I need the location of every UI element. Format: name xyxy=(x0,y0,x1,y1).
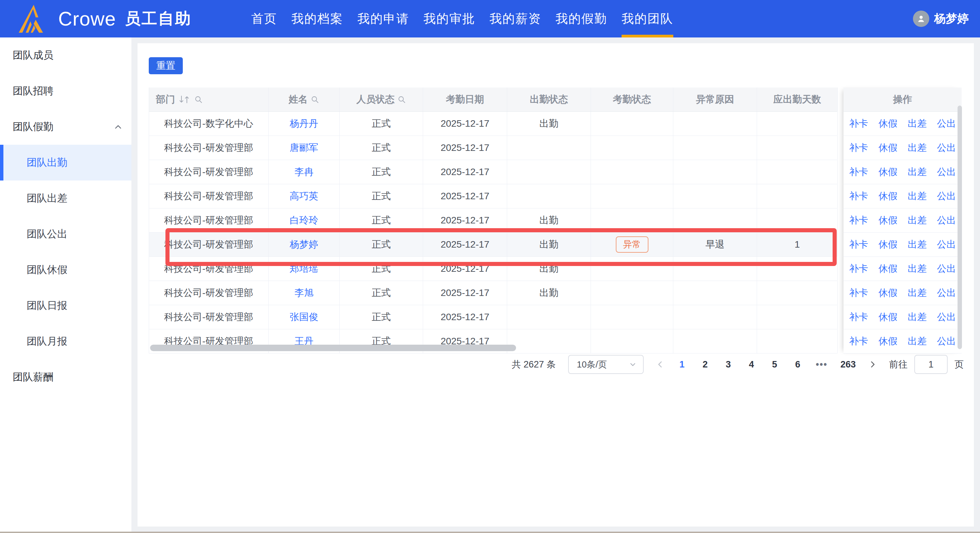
cell-abnormal-reason xyxy=(673,208,757,232)
goto-page-input[interactable] xyxy=(914,355,948,374)
more-pages-icon[interactable]: ••• xyxy=(816,359,827,370)
op-action-补卡[interactable]: 补卡 xyxy=(849,141,869,154)
op-action-出差[interactable]: 出差 xyxy=(908,311,927,324)
dept-text: 科技公司-研发管理部 xyxy=(164,190,253,203)
sidebar-item-3[interactable]: 团队假勤 xyxy=(0,109,131,145)
page-size-value: 10条/页 xyxy=(577,359,607,370)
sidebar-item-4[interactable]: 团队薪酬 xyxy=(0,359,131,395)
op-action-休假[interactable]: 休假 xyxy=(878,141,897,154)
op-action-公出[interactable]: 公出 xyxy=(937,141,956,154)
next-page-icon[interactable] xyxy=(868,360,877,369)
page-number-6[interactable]: 6 xyxy=(793,359,803,370)
op-action-休假[interactable]: 休假 xyxy=(878,214,897,227)
user-menu[interactable]: 杨梦婷 xyxy=(913,0,969,37)
op-action-休假[interactable]: 休假 xyxy=(878,335,897,348)
sidebar-subitem-团队出勤[interactable]: 团队出勤 xyxy=(0,145,131,180)
cell-date: 2025-12-17 xyxy=(423,257,507,281)
nav-item-3[interactable]: 我的申请 xyxy=(357,0,409,37)
op-action-补卡[interactable]: 补卡 xyxy=(849,311,869,324)
op-action-出差[interactable]: 出差 xyxy=(908,166,927,179)
op-action-休假[interactable]: 休假 xyxy=(878,311,897,324)
op-row-10: 补卡休假出差公出 xyxy=(843,329,962,354)
main-nav-menu: 首页我的档案我的申请我的审批我的薪资我的假勤我的团队 xyxy=(251,0,673,37)
op-action-公出[interactable]: 公出 xyxy=(937,190,956,203)
sidebar-item-1[interactable]: 团队成员 xyxy=(0,37,131,73)
sort-icons[interactable] xyxy=(178,95,191,104)
nav-item-4[interactable]: 我的审批 xyxy=(423,0,475,37)
op-action-休假[interactable]: 休假 xyxy=(878,117,897,130)
op-action-补卡[interactable]: 补卡 xyxy=(849,214,869,227)
op-action-出差[interactable]: 出差 xyxy=(908,141,927,154)
name-link[interactable]: 杨梦婷 xyxy=(290,238,318,251)
window-bottom-edge xyxy=(0,531,980,533)
nav-item-7[interactable]: 我的团队 xyxy=(622,0,673,37)
op-action-出差[interactable]: 出差 xyxy=(908,117,927,130)
sidebar-subitem-团队日报[interactable]: 团队日报 xyxy=(0,288,131,324)
page-number-5[interactable]: 5 xyxy=(770,359,780,370)
vertical-scrollbar-thumb[interactable] xyxy=(958,105,962,349)
op-action-出差[interactable]: 出差 xyxy=(908,238,927,251)
nav-item-2[interactable]: 我的档案 xyxy=(291,0,343,37)
page-size-select[interactable]: 10条/页 xyxy=(568,355,644,374)
name-link[interactable]: 唐郦军 xyxy=(290,141,318,154)
op-action-补卡[interactable]: 补卡 xyxy=(849,286,869,299)
name-link[interactable]: 李旭 xyxy=(294,286,313,299)
name-link[interactable]: 高巧英 xyxy=(290,190,318,203)
name-link[interactable]: 杨丹丹 xyxy=(290,117,318,130)
nav-item-6[interactable]: 我的假勤 xyxy=(555,0,607,37)
search-icon[interactable] xyxy=(194,95,203,104)
name-link[interactable]: 郑培瑶 xyxy=(290,262,318,275)
op-action-休假[interactable]: 休假 xyxy=(878,262,897,275)
op-action-休假[interactable]: 休假 xyxy=(878,190,897,203)
op-action-公出[interactable]: 公出 xyxy=(937,214,956,227)
reset-button[interactable]: 重置 xyxy=(149,57,183,74)
date-text: 2025-12-17 xyxy=(441,263,489,274)
page-number-1[interactable]: 1 xyxy=(677,359,687,370)
op-action-出差[interactable]: 出差 xyxy=(908,262,927,275)
op-action-休假[interactable]: 休假 xyxy=(878,238,897,251)
op-action-补卡[interactable]: 补卡 xyxy=(849,190,869,203)
op-action-公出[interactable]: 公出 xyxy=(937,311,956,324)
sidebar-subitem-团队公出[interactable]: 团队公出 xyxy=(0,216,131,252)
op-action-出差[interactable]: 出差 xyxy=(908,286,927,299)
op-action-休假[interactable]: 休假 xyxy=(878,166,897,179)
op-action-公出[interactable]: 公出 xyxy=(937,335,956,348)
cell-attendance xyxy=(507,184,591,208)
column-header-2: 姓名 xyxy=(269,88,340,112)
op-action-休假[interactable]: 休假 xyxy=(878,286,897,299)
op-action-公出[interactable]: 公出 xyxy=(937,117,956,130)
op-action-补卡[interactable]: 补卡 xyxy=(849,335,869,348)
op-action-公出[interactable]: 公出 xyxy=(937,166,956,179)
search-icon[interactable] xyxy=(397,95,406,104)
name-link[interactable]: 白玲玲 xyxy=(290,214,318,227)
op-action-出差[interactable]: 出差 xyxy=(908,190,927,203)
op-action-公出[interactable]: 公出 xyxy=(937,262,956,275)
search-icon[interactable] xyxy=(310,95,319,104)
sidebar-subitem-团队休假[interactable]: 团队休假 xyxy=(0,252,131,288)
page-number-4[interactable]: 4 xyxy=(746,359,757,370)
prev-page-icon[interactable] xyxy=(656,360,665,369)
page-number-2[interactable]: 2 xyxy=(700,359,710,370)
page-number-3[interactable]: 3 xyxy=(723,359,733,370)
column-header-label: 考勤日期 xyxy=(446,93,484,106)
op-action-补卡[interactable]: 补卡 xyxy=(849,117,869,130)
op-action-出差[interactable]: 出差 xyxy=(908,335,927,348)
person-status-text: 正式 xyxy=(372,238,391,251)
nav-item-1[interactable]: 首页 xyxy=(251,0,277,37)
horizontal-scrollbar-thumb[interactable] xyxy=(150,345,516,351)
page-number-last[interactable]: 263 xyxy=(840,359,856,370)
sidebar-subitem-团队月报[interactable]: 团队月报 xyxy=(0,324,131,359)
op-action-补卡[interactable]: 补卡 xyxy=(849,238,869,251)
sidebar-subitem-团队出差[interactable]: 团队出差 xyxy=(0,180,131,216)
op-action-出差[interactable]: 出差 xyxy=(908,214,927,227)
name-link[interactable]: 李冉 xyxy=(294,166,313,179)
nav-item-5[interactable]: 我的薪资 xyxy=(490,0,541,37)
op-action-公出[interactable]: 公出 xyxy=(937,286,956,299)
name-link[interactable]: 张国俊 xyxy=(290,311,318,324)
goto-label: 前往 xyxy=(889,358,907,370)
op-action-补卡[interactable]: 补卡 xyxy=(849,262,869,275)
op-action-公出[interactable]: 公出 xyxy=(937,238,956,251)
sidebar-item-2[interactable]: 团队招聘 xyxy=(0,73,131,109)
op-action-补卡[interactable]: 补卡 xyxy=(849,166,869,179)
cell-attendance-status xyxy=(591,208,673,232)
